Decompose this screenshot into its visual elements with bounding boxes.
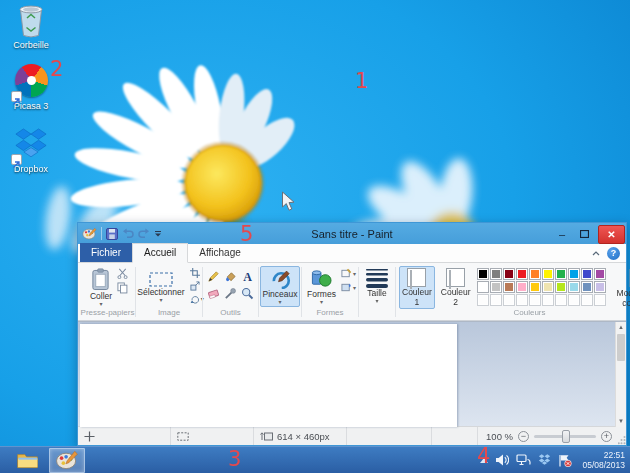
chevron-down-icon: ▾: [99, 301, 102, 307]
palette-swatch[interactable]: [581, 281, 593, 293]
undo-button[interactable]: [122, 228, 134, 239]
zoom-slider[interactable]: [534, 435, 596, 438]
palette-swatch[interactable]: [568, 268, 580, 280]
scroll-up-icon[interactable]: ▲: [616, 322, 626, 333]
palette-swatch[interactable]: [555, 281, 567, 293]
clock-date: 05/08/2013: [582, 460, 625, 470]
palette-swatch[interactable]: [503, 268, 515, 280]
palette-swatch[interactable]: [594, 281, 606, 293]
zoom-out-button[interactable]: −: [518, 431, 529, 442]
taskbar-file-explorer-button[interactable]: [11, 448, 43, 473]
palette-swatch[interactable]: [555, 268, 567, 280]
annotation-5: 5: [240, 224, 253, 245]
palette-swatch[interactable]: [490, 281, 502, 293]
scroll-down-icon[interactable]: ▼: [616, 416, 626, 427]
mouse-cursor: [281, 191, 296, 212]
cut-icon[interactable]: [117, 268, 128, 279]
clipboard-group-label: Presse-papiers: [80, 308, 135, 320]
rotate-icon[interactable]: [190, 294, 200, 304]
palette-swatch[interactable]: [477, 281, 489, 293]
palette-swatch[interactable]: [542, 268, 554, 280]
tools-group: A Ou: [203, 264, 258, 320]
palette-swatch[interactable]: [594, 268, 606, 280]
desktop: Corbeille Picasa 3: [0, 0, 630, 473]
qat-customize-button[interactable]: [154, 230, 162, 238]
tab-accueil[interactable]: Accueil: [132, 243, 188, 263]
crop-icon[interactable]: [190, 268, 200, 278]
shape-outline-icon[interactable]: [341, 268, 352, 279]
title-bar[interactable]: Sans titre - Paint – ✕: [78, 223, 626, 244]
palette-swatch[interactable]: [477, 268, 489, 280]
maximize-button[interactable]: [573, 223, 595, 244]
shapes-icon: [309, 268, 333, 289]
palette-swatch[interactable]: [516, 281, 528, 293]
color-picker-tool-icon[interactable]: [224, 287, 237, 300]
redo-button[interactable]: [138, 228, 150, 239]
paste-button[interactable]: Coller ▾: [87, 266, 115, 309]
palette-swatch[interactable]: [568, 281, 580, 293]
size-button[interactable]: Taille ▾: [363, 266, 391, 306]
resize-grip[interactable]: [618, 427, 626, 446]
palette-swatch[interactable]: [503, 281, 515, 293]
pencil-tool-icon[interactable]: [207, 270, 220, 283]
palette-swatch-empty[interactable]: [503, 294, 515, 306]
line-size-icon: [366, 268, 388, 288]
palette-swatch-empty[interactable]: [516, 294, 528, 306]
scrollbar-thumb[interactable]: [617, 334, 625, 361]
chevron-down-icon: ▾: [320, 299, 323, 305]
vertical-scrollbar[interactable]: ▲ ▼: [615, 322, 626, 427]
image-group-label: Image: [136, 308, 202, 320]
fill-tool-icon[interactable]: [224, 270, 237, 283]
canvas-workspace: ▲ ▼: [78, 321, 626, 426]
palette-swatch[interactable]: [581, 268, 593, 280]
palette-swatch[interactable]: [516, 268, 528, 280]
shapes-button[interactable]: Formes ▾: [304, 266, 339, 307]
palette-swatch-empty[interactable]: [594, 294, 606, 306]
network-icon[interactable]: [516, 454, 531, 466]
palette-swatch-empty[interactable]: [529, 294, 541, 306]
shapes-label: Formes: [307, 290, 336, 299]
shape-fill-icon[interactable]: [341, 282, 352, 293]
palette-swatch-empty[interactable]: [542, 294, 554, 306]
zoom-in-button[interactable]: +: [601, 431, 612, 442]
select-button[interactable]: Sélectionner ▾: [134, 266, 187, 305]
annotation-2: 2: [50, 59, 63, 80]
annotation-1: 1: [355, 71, 368, 92]
palette-swatch[interactable]: [529, 281, 541, 293]
desktop-icon-dropbox[interactable]: Dropbox: [4, 127, 58, 174]
color2-button[interactable]: Couleur 2: [438, 266, 474, 309]
palette-swatch-empty[interactable]: [555, 294, 567, 306]
taskbar-clock[interactable]: 22:51 05/08/2013: [579, 450, 625, 470]
palette-swatch-empty[interactable]: [490, 294, 502, 306]
palette-swatch[interactable]: [529, 268, 541, 280]
taskbar-paint-button[interactable]: [49, 448, 85, 473]
magnifier-tool-icon[interactable]: [241, 287, 254, 300]
palette-swatch-empty[interactable]: [581, 294, 593, 306]
text-tool-icon[interactable]: A: [243, 271, 252, 283]
edit-colors-button[interactable]: Modifier les couleurs: [614, 266, 630, 310]
palette-swatch[interactable]: [490, 268, 502, 280]
zoom-slider-thumb[interactable]: [562, 430, 570, 443]
desktop-icon-recycle-bin[interactable]: Corbeille: [4, 3, 58, 50]
collapse-ribbon-icon[interactable]: [592, 251, 600, 256]
volume-icon[interactable]: [495, 454, 509, 466]
action-center-flag-icon[interactable]: [558, 454, 572, 467]
save-button[interactable]: [106, 228, 118, 240]
copy-icon[interactable]: [117, 282, 128, 294]
dropbox-tray-icon[interactable]: [538, 454, 551, 466]
annotation-3: 3: [228, 449, 241, 470]
paint-app-icon: [82, 227, 97, 240]
help-icon[interactable]: ?: [607, 247, 620, 260]
eraser-tool-icon[interactable]: [207, 287, 220, 300]
palette-swatch-empty[interactable]: [477, 294, 489, 306]
close-button[interactable]: ✕: [598, 225, 625, 244]
minimize-button[interactable]: –: [551, 223, 573, 244]
drawing-canvas[interactable]: [80, 324, 457, 427]
tab-fichier[interactable]: Fichier: [80, 243, 132, 262]
tab-affichage[interactable]: Affichage: [188, 244, 252, 262]
color1-button[interactable]: Couleur 1: [399, 266, 435, 309]
brushes-button[interactable]: Pinceaux ▾: [260, 266, 301, 307]
resize-icon[interactable]: [190, 281, 200, 291]
palette-swatch[interactable]: [542, 281, 554, 293]
palette-swatch-empty[interactable]: [568, 294, 580, 306]
